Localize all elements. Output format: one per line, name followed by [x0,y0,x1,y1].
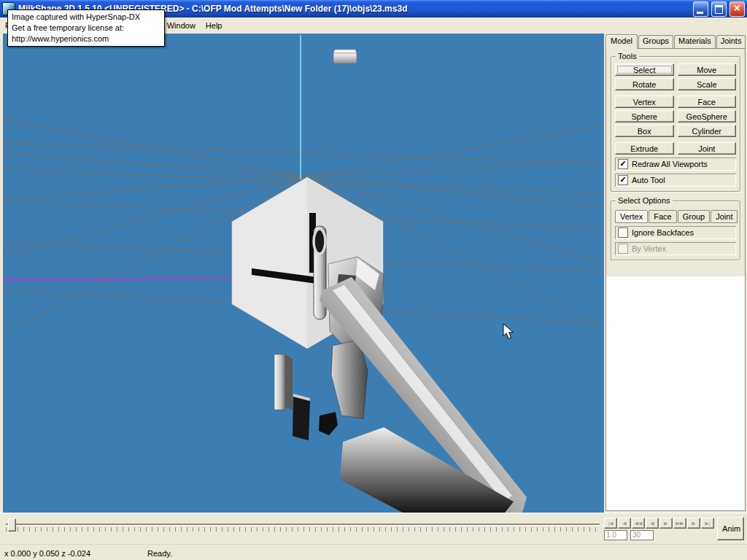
panel-groups-area: Tools Select Move Rotate Scale Vertex Fa… [606,49,745,276]
rotate-tool-button[interactable]: Rotate [615,78,674,90]
by-vertex-label: By Vertex [632,244,666,253]
application-window: MilkShape 3D 1.5.10 <UNREGISTERED> - C:\… [0,0,747,560]
select-mode-face-tab[interactable]: Face [649,210,676,223]
ignore-backfaces-checkbox[interactable] [618,228,628,238]
tab-materials[interactable]: Materials [674,35,716,48]
current-frame-input[interactable] [604,530,627,540]
close-button[interactable] [729,1,745,17]
animation-bar: |◀ ◀ ◀◀ ◀ ▶ ▶▶ ▶ ▶| Anim [0,513,747,544]
minimize-button[interactable] [693,1,708,17]
transport-rewind-button[interactable]: ◀◀ [632,518,645,529]
tab-groups[interactable]: Groups [638,35,673,48]
transport-prev-keyframe-button[interactable]: ◀ [618,518,631,529]
slider-ticks [6,527,600,532]
face-tool-button[interactable]: Face [678,96,737,108]
model-tab-page: Tools Select Move Rotate Scale Vertex Fa… [605,48,746,511]
slider-handle[interactable] [8,518,16,532]
menu-help[interactable]: Help [201,18,228,34]
floating-box-mesh [333,50,357,63]
select-tool-button[interactable]: Select [615,63,674,76]
frame-slider[interactable] [4,515,601,542]
panel-empty-area [606,276,745,510]
transport-fast-forward-button[interactable]: ▶▶ [673,518,686,529]
status-bar: x 0.000 y 0.050 z -0.024 Ready. [0,544,747,560]
panel-tabstrip: Model Groups Materials Joints [604,34,747,48]
cylinder-tool-button[interactable]: Cylinder [678,125,737,137]
menu-window[interactable]: Window [162,18,201,34]
ignore-backfaces-checkbox-row[interactable]: Ignore Backfaces [615,226,736,239]
tools-group: Tools Select Move Rotate Scale Vertex Fa… [611,56,740,192]
status-message: Ready. [147,549,172,558]
tab-joints[interactable]: Joints [716,35,746,48]
transport-step-back-button[interactable]: ◀ [646,518,659,529]
transport-last-frame-button[interactable]: ▶| [701,518,714,529]
banner-line: Get a free temporary license at: [12,23,160,34]
geosphere-tool-button[interactable]: GeoSphere [678,110,737,122]
redraw-all-viewports-checkbox-row[interactable]: Redraw All Viewports [615,158,736,171]
select-options-group: Select Options Vertex Face Group Joint I… [611,201,740,260]
ignore-backfaces-label: Ignore Backfaces [632,228,694,237]
scale-tool-button[interactable]: Scale [678,78,737,90]
box-tool-button[interactable]: Box [615,125,674,137]
move-tool-button[interactable]: Move [678,63,737,76]
slider-track[interactable] [6,524,600,525]
transport-controls: |◀ ◀ ◀◀ ◀ ▶ ▶▶ ▶ ▶| [603,513,714,544]
side-panel: Model Groups Materials Joints Tools Sele… [604,34,747,513]
select-options-group-label: Select Options [616,196,673,205]
vertex-tool-button[interactable]: Vertex [615,96,674,108]
select-mode-group-tab[interactable]: Group [678,210,711,223]
select-mode-vertex-tab[interactable]: Vertex [615,210,648,223]
transport-step-forward-button[interactable]: ▶ [659,518,673,529]
banner-line: http://www.hyperionics.com [12,34,160,44]
3d-scene[interactable] [3,34,604,513]
tab-model[interactable]: Model [605,34,638,49]
anim-toggle-button[interactable]: Anim [717,517,744,540]
restore-button[interactable] [711,1,727,17]
main-area: Model Groups Materials Joints Tools Sele… [0,34,747,513]
by-vertex-checkbox-row: By Vertex [615,242,736,255]
hypersnap-banner: Image captured with HyperSnap-DX Get a f… [7,9,165,47]
tools-group-label: Tools [616,52,639,61]
auto-tool-checkbox-row[interactable]: Auto Tool [615,174,736,187]
select-mode-joint-tab[interactable]: Joint [711,210,738,223]
auto-tool-label: Auto Tool [632,176,665,184]
coordinates-readout: x 0.000 y 0.050 z -0.024 [4,549,147,558]
auto-tool-checkbox[interactable] [618,175,628,185]
sphere-tool-button[interactable]: Sphere [615,110,674,122]
extrude-tool-button[interactable]: Extrude [615,142,674,155]
by-vertex-checkbox [618,244,628,254]
transport-next-keyframe-button[interactable]: ▶ [687,518,700,529]
transport-first-frame-button[interactable]: |◀ [604,518,617,529]
banner-line: Image captured with HyperSnap-DX [12,12,160,23]
select-mode-tabs: Vertex Face Group Joint [615,210,736,223]
joint-tool-button[interactable]: Joint [678,142,737,155]
viewport-3d[interactable] [3,34,604,513]
total-frames-input[interactable] [630,530,654,540]
redraw-all-viewports-label: Redraw All Viewports [632,160,708,168]
redraw-all-viewports-checkbox[interactable] [618,159,628,169]
